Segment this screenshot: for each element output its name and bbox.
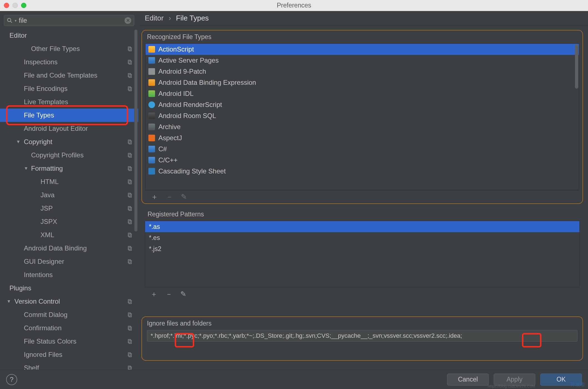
svg-rect-16 [128,180,131,183]
tree-item-version-control[interactable]: ▼Version Control [0,295,138,308]
svg-rect-15 [129,167,131,171]
tree-item-formatting[interactable]: ▼Formatting [0,162,138,175]
breadcrumb-root[interactable]: Editor [145,14,164,22]
pattern-row[interactable]: *.as [145,221,579,232]
tree-item-android-data-binding[interactable]: Android Data Binding [0,242,138,255]
tree-item-confirmation[interactable]: Confirmation [0,321,138,335]
file-type-row[interactable]: Archive [146,121,579,132]
page-icon [127,59,133,65]
ok-button[interactable]: OK [540,373,582,386]
file-type-row[interactable]: Android 9-Patch [146,66,579,77]
tree-item-commit-dialog[interactable]: Commit Dialog [0,308,138,321]
svg-rect-26 [128,246,131,250]
page-icon [127,299,133,304]
page-icon [127,219,133,224]
file-type-icon [148,68,155,75]
tree-item-other-file-types[interactable]: Other File Types [0,42,138,55]
file-type-row[interactable]: C/C++ [146,155,579,166]
breadcrumb-leaf: File Types [176,14,209,22]
window-title: Preferences [277,2,311,9]
tree-item-ignored-files[interactable]: Ignored Files [0,348,138,361]
pattern-row[interactable]: *.js2 [145,243,579,254]
clear-search-icon[interactable]: ✕ [125,17,131,24]
svg-rect-17 [129,181,131,184]
tree-item-inspections[interactable]: Inspections [0,55,138,69]
file-type-icon [148,135,155,141]
file-types-list[interactable]: ActionScriptActive Server PagesAndroid 9… [145,43,579,190]
tree-item-editor[interactable]: Editor [0,29,138,42]
svg-rect-8 [128,87,131,90]
svg-rect-24 [128,233,131,236]
file-types-toolbar: ＋ － ✎ [145,190,579,203]
file-type-row[interactable]: Cascading Style Sheet [146,166,579,177]
edit-pattern-button[interactable]: ✎ [180,290,186,298]
tree-item-label: Android Layout Editor [24,125,88,132]
file-type-icon [148,90,155,97]
tree-scrollbar[interactable] [134,29,138,370]
tree-item-copyright-profiles[interactable]: Copyright Profiles [0,149,138,162]
search-input[interactable] [19,17,122,24]
tree-item-file-encodings[interactable]: File Encodings [0,82,138,95]
ignore-files-value: *.hprof;*.iml;*.pyc;*.pyo;*.rbc;*.yarb;*… [151,332,462,339]
svg-rect-9 [129,88,131,91]
file-type-row[interactable]: Active Server Pages [146,55,579,66]
zoom-window-icon[interactable] [21,3,26,8]
cancel-button[interactable]: Cancel [447,373,489,386]
tree-item-plugins[interactable]: Plugins [0,281,138,295]
tree-item-jsp[interactable]: JSP [0,202,138,215]
file-type-row[interactable]: Android RenderScript [146,99,579,110]
add-pattern-button[interactable]: ＋ [150,289,158,299]
file-type-label: Cascading Style Sheet [158,167,226,175]
file-type-icon [148,168,155,175]
tree-item-label: Commit Dialog [24,311,67,319]
file-type-row[interactable]: Android Room SQL [146,110,579,121]
svg-rect-4 [128,60,131,63]
pattern-label: *.js2 [149,245,161,253]
add-file-type-button[interactable]: ＋ [151,192,158,202]
page-icon [127,73,133,78]
tree-item-intentions[interactable]: Intentions [0,268,138,281]
tree-item-label: JSP [40,204,53,212]
tree-item-live-templates[interactable]: Live Templates [0,95,138,109]
svg-rect-11 [129,141,131,144]
file-type-row[interactable]: AspectJ [146,132,579,144]
tree-item-java[interactable]: Java [0,188,138,202]
file-types-scrollbar[interactable] [575,44,578,89]
apply-button[interactable]: Apply [494,373,535,386]
file-type-row[interactable]: Android Data Binding Expression [146,77,579,88]
ignore-files-input[interactable]: *.hprof;*.iml;*.pyc;*.pyo;*.rbc;*.yarb;*… [147,330,577,342]
minimize-window-icon[interactable] [12,3,18,8]
file-type-row[interactable]: ActionScript [146,44,579,55]
help-button[interactable]: ? [6,374,17,385]
tree-item-xml[interactable]: XML [0,228,138,242]
tree-item-shelf[interactable]: Shelf [0,361,138,370]
expand-arrow-icon[interactable]: ▼ [15,139,22,144]
remove-pattern-button[interactable]: － [165,289,173,299]
patterns-list[interactable]: *.as*.es*.js2 [145,221,580,287]
close-window-icon[interactable] [4,3,9,8]
tree-item-html[interactable]: HTML [0,175,138,188]
tree-item-jspx[interactable]: JSPX [0,215,138,228]
pattern-row[interactable]: *.es [145,232,579,243]
file-type-row[interactable]: C# [146,144,579,155]
tree-item-android-layout-editor[interactable]: Android Layout Editor [0,122,138,135]
remove-file-type-button[interactable]: － [166,192,173,202]
search-dropdown-icon[interactable]: ▾ [15,19,17,23]
search-field[interactable]: ▾ ✕ [4,15,134,26]
expand-arrow-icon[interactable]: ▼ [6,299,12,304]
page-icon [127,152,133,158]
tree-item-label: Java [40,191,55,199]
svg-rect-27 [129,247,131,250]
tree-item-copyright[interactable]: ▼Copyright [0,135,138,149]
tree-item-file-types[interactable]: File Types [0,109,138,122]
page-icon [127,365,133,370]
file-type-row[interactable]: Android IDL [146,88,579,99]
tree-item-gui-designer[interactable]: GUI Designer [0,255,138,268]
settings-tree[interactable]: EditorOther File TypesInspectionsFile an… [0,29,138,370]
edit-file-type-button[interactable]: ✎ [181,193,187,201]
tree-item-file-and-code-templates[interactable]: File and Code Templates [0,69,138,82]
file-type-label: Android IDL [158,90,194,98]
tree-item-file-status-colors[interactable]: File Status Colors [0,335,138,348]
expand-arrow-icon[interactable]: ▼ [23,166,29,171]
file-type-icon [148,46,155,53]
